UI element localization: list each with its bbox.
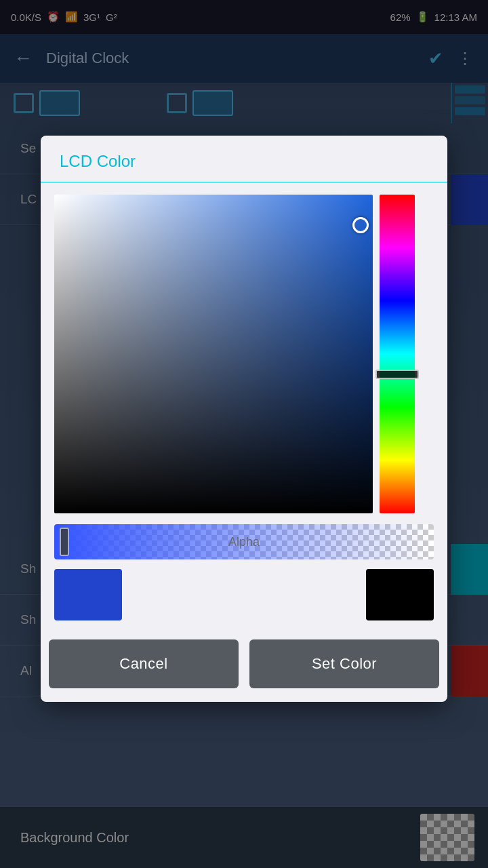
saturation-brightness-picker[interactable] [54,195,373,513]
alpha-handle[interactable] [60,528,69,556]
set-color-button[interactable]: Set Color [249,639,439,688]
alpha-label: Alpha [228,535,260,549]
cancel-button[interactable]: Cancel [49,639,239,688]
hue-gradient [380,195,415,513]
alpha-slider[interactable]: Alpha [54,524,434,559]
gradient-bg [54,195,373,513]
hue-handle[interactable] [375,370,419,379]
color-picker-area[interactable] [54,195,434,513]
hue-slider[interactable] [380,195,415,513]
color-preview-row [54,569,434,620]
dialog-content: Alpha [41,182,447,639]
dialog-title: LCD Color [41,136,447,182]
current-color-preview [54,569,122,620]
dialog-buttons: Cancel Set Color [41,639,447,688]
original-color-preview [366,569,434,620]
color-picker-dialog: LCD Color Alpha [41,136,447,702]
